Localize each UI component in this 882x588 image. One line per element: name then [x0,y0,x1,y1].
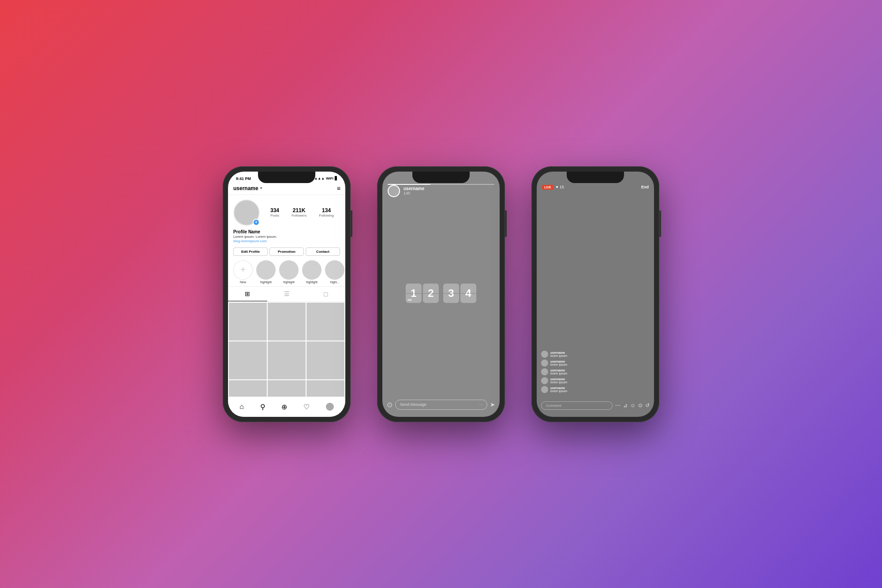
highlight-new[interactable]: + New [233,260,253,284]
bottom-nav: ⌂ ⚲ ⊕ ♡ [228,397,345,417]
tab-list[interactable]: ☰ [267,287,306,301]
status-time: 9:41 PM [236,176,251,181]
highlight-circle-2 [279,260,299,280]
post-4[interactable] [229,341,267,379]
highlights-row: + New highlight highlight highlight [228,258,345,286]
following-count: 134 [319,207,334,213]
story-screen: username 14h AM 1 2 [382,172,500,417]
live-comment-3: username lorem ipsum [541,368,650,375]
followers-stat: 211K Followers [292,207,306,217]
emoji-icon[interactable]: ☺ [630,402,635,408]
contact-button[interactable]: Contact [306,247,340,256]
tabs-row: ⊞ ☰ ◻ [228,286,345,302]
minutes-group: 3 4 [443,283,476,303]
tab-grid[interactable]: ⊞ [228,287,267,301]
flip-camera-icon[interactable]: ↺ [645,402,650,408]
profile-link[interactable]: blog.loremipsum.com [233,239,340,243]
comment-text-4: lorem ipsum [550,381,567,384]
comment-text-5: lorem ipsum [550,390,567,393]
post-2[interactable] [268,303,306,341]
story-avatar [388,185,400,197]
live-comments: username lorem ipsum username lorem ipsu… [541,351,650,395]
comment-text-3: lorem ipsum [550,372,567,375]
highlight-label-4: highl... [325,281,344,284]
effects-icon[interactable]: ⊙ [638,402,643,408]
story-header: username 14h [382,172,500,201]
live-badge: LIVE [542,185,553,190]
comment-avatar-2 [541,360,548,367]
live-comment-2: username lorem ipsum [541,360,650,367]
comment-user-4: username [550,378,567,381]
send-message-input[interactable]: Send Message ⋯ [395,400,487,410]
story-user-info: username 14h [404,186,424,195]
view-count: 15 [560,185,564,189]
story-progress-bar [388,184,494,185]
home-icon[interactable]: ⌂ [239,403,244,411]
posts-stat: 334 Posts [270,207,279,217]
comment-avatar-5 [541,386,548,393]
story-bottom: ⊙ Send Message ⋯ ➤ [382,395,500,417]
edit-profile-button[interactable]: Edit Profile [233,247,268,256]
flip-h2: 2 [423,283,439,303]
hours-group: AM 1 2 [406,283,439,303]
profile-screen: 9:41 PM ▲▲▲ WiFi ▊ username ▾ ≡ [228,172,345,417]
heart-icon[interactable]: ♡ [303,403,310,411]
tab-tagged[interactable]: ◻ [306,287,345,301]
highlight-2[interactable]: highlight [279,260,299,284]
add-story-button[interactable]: + [253,219,260,226]
phones-container: 9:41 PM ▲▲▲ WiFi ▊ username ▾ ≡ [223,166,659,422]
comment-avatar-1 [541,351,548,358]
send-message-label: Send Message [400,402,426,407]
profile-name: Profile Name [233,229,340,234]
story-progress-fill [388,184,430,185]
comment-user-3: username [550,369,567,372]
profile-header: username ▾ ≡ [228,184,345,195]
live-end-button[interactable]: End [641,185,649,189]
phone-story: username 14h AM 1 2 [377,166,505,422]
post-5[interactable] [268,341,306,379]
username-text: username [233,185,258,191]
add-post-icon[interactable]: ⊕ [281,403,287,411]
comment-user-2: username [550,360,567,363]
live-comment-5: username lorem ipsum [541,386,650,393]
username-row[interactable]: username ▾ [233,185,262,191]
more-options-icon[interactable]: ⋯ [615,402,620,408]
wifi-icon: WiFi [326,176,333,180]
flip-h1: AM 1 [406,283,422,303]
new-label: New [233,281,253,284]
comment-user-1: username [550,351,567,354]
highlight-3[interactable]: highlight [302,260,321,284]
camera-icon[interactable]: ⊙ [387,401,392,409]
post-6[interactable] [306,341,344,379]
flip-m2: 4 [460,283,476,303]
comment-avatar-4 [541,377,548,384]
comment-input[interactable]: Comment [541,401,613,410]
following-stat: 134 Following [319,207,334,217]
posts-label: Posts [270,213,279,217]
followers-label: Followers [292,213,306,217]
action-buttons: Edit Profile Promotion Contact [228,246,345,258]
highlight-1[interactable]: highlight [256,260,276,284]
comment-content-1: username lorem ipsum [550,351,567,357]
menu-icon[interactable]: ≡ [337,185,340,192]
post-3[interactable] [306,303,344,341]
comment-user-5: username [550,386,567,390]
live-views: ♥ 15 [556,185,564,189]
flip-m1: 3 [443,283,459,303]
promotion-button[interactable]: Promotion [269,247,304,256]
stats-row: 334 Posts 211K Followers 134 Following [264,207,340,217]
live-action-icons: ⋯ ⊿ ☺ ⊙ ↺ [615,402,650,408]
comment-content-2: username lorem ipsum [550,360,567,366]
comment-content-4: username lorem ipsum [550,378,567,384]
post-1[interactable] [229,303,267,341]
filter-icon[interactable]: ⊿ [623,402,628,408]
profile-section: + 334 Posts 211K Followers 134 Following [228,195,345,228]
following-label: Following [319,213,334,217]
search-icon[interactable]: ⚲ [260,403,265,411]
profile-icon[interactable] [326,403,334,411]
story-username: username [404,186,424,191]
send-icon[interactable]: ➤ [490,401,495,408]
highlight-label-2: highlight [279,281,299,284]
comment-text-2: lorem ipsum [550,363,567,366]
highlight-4[interactable]: highl... [325,260,344,284]
